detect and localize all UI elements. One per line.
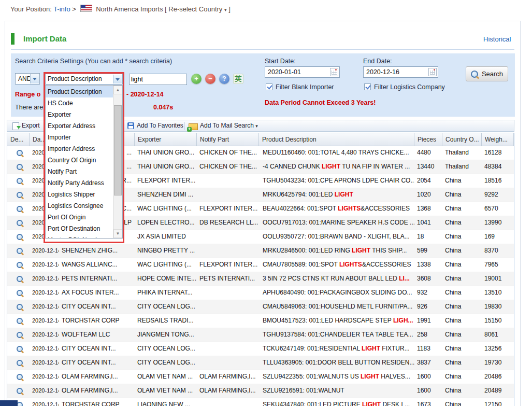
- boolean-operator-select[interactable]: AND: [15, 73, 40, 85]
- add-to-favorites-button[interactable]: Add To Favorites: [137, 120, 183, 131]
- start-date-input[interactable]: 2020-01-01: [265, 66, 340, 78]
- cell-country-of-origin: China: [442, 356, 482, 370]
- cell-product-description: SEKU4347840: 001:LED PICTURE LIGHT DESK …: [259, 398, 414, 406]
- cell-product-description: TLLU4363905: 001:DOOR BELL BUTTON RESIDE…: [259, 356, 414, 370]
- column-header: Notify Part: [197, 133, 259, 146]
- row-detail-button[interactable]: [7, 174, 30, 188]
- row-detail-button[interactable]: [7, 300, 30, 314]
- end-date-input[interactable]: 2020-12-16: [363, 66, 438, 78]
- cell-importer: TORCHSTAR CORP: [59, 398, 135, 406]
- remove-criteria-button[interactable]: −: [205, 74, 215, 84]
- dropdown-option[interactable]: Exporter Address: [46, 120, 113, 132]
- dropdown-option[interactable]: Exporter: [46, 109, 113, 120]
- table-row: 2020-12-14PETS INTERNATI...HOPE COME INT…: [7, 272, 514, 286]
- row-detail-button[interactable]: [7, 370, 30, 384]
- cell-product-description: MEDU1160460: 001:TOTAL 4,480 TRAYS CHICK…: [259, 146, 414, 160]
- cell-notify-party: [197, 286, 259, 300]
- row-detail-button[interactable]: [7, 160, 30, 174]
- scroll-up-icon[interactable]: ▲: [113, 86, 122, 94]
- reselect-country-link[interactable]: [ Re-select Country ▾ ]: [165, 5, 231, 13]
- breadcrumb-label: Your Position:: [10, 5, 52, 13]
- search-button[interactable]: Search: [466, 66, 508, 81]
- row-detail-button[interactable]: [7, 342, 30, 356]
- cell-product-description: CMAU5849063: 001:HOUSEHLD METL FURNIT/PA…: [259, 300, 414, 314]
- add-criteria-button[interactable]: +: [191, 74, 202, 84]
- cell-weight: 6570: [482, 202, 514, 216]
- row-detail-button[interactable]: [7, 258, 30, 272]
- filter-logistics-label: Filter Logistics Company: [374, 83, 445, 91]
- row-detail-button[interactable]: [7, 244, 30, 258]
- toolbar-separator: [184, 122, 184, 130]
- divider: [11, 49, 514, 50]
- dropdown-option[interactable]: Country Of Origin: [46, 155, 113, 166]
- calendar-icon[interactable]: [428, 68, 437, 76]
- row-detail-button[interactable]: [7, 230, 30, 244]
- help-button[interactable]: ?: [219, 74, 229, 84]
- cell-product-description: SZLU9422355: 001:WALNUTS US LIGHT HALVES…: [259, 370, 414, 384]
- table-row: 2020-12-14TORCHSTAR CORPREDSAILS TRADI..…: [7, 314, 514, 328]
- search-icon: [471, 71, 478, 78]
- dropdown-scrollbar[interactable]: ▲ ▼: [113, 86, 122, 238]
- calendar-icon[interactable]: [330, 68, 338, 76]
- dropdown-option[interactable]: Logistics Consignee: [46, 200, 113, 212]
- cell-weight: 20489: [482, 384, 514, 398]
- breadcrumb-separator: >: [72, 5, 76, 13]
- scrollbar-thumb[interactable]: [114, 105, 122, 195]
- filter-blank-importer-checkbox[interactable]: [266, 83, 272, 90]
- cell-pieces: 258: [414, 328, 442, 342]
- cell-exporter: HOPE COME INTE...: [135, 272, 197, 286]
- row-detail-button[interactable]: [7, 272, 30, 286]
- cell-notify-party: [197, 328, 259, 342]
- dropdown-option[interactable]: Notify Party Address: [46, 177, 113, 189]
- filter-logistics-checkbox[interactable]: [364, 83, 371, 90]
- cell-date: 2020-12-14: [30, 286, 59, 300]
- search-field-select[interactable]: Product Description: [45, 74, 123, 85]
- row-detail-button[interactable]: [7, 146, 30, 160]
- dropdown-option[interactable]: Product Description: [46, 86, 113, 97]
- row-detail-button[interactable]: [7, 202, 30, 216]
- cell-country-of-origin: China: [442, 174, 482, 188]
- cell-exporter: WAC LIGHTING (...: [135, 202, 197, 216]
- historical-link[interactable]: Historical: [483, 35, 511, 43]
- cell-pieces: 3837: [414, 356, 442, 370]
- cell-country-of-origin: Thailand: [442, 160, 482, 174]
- cell-product-description: CMAU7805589: 001:SPOT LIGHTS&ACCESSORIES: [259, 258, 414, 272]
- row-detail-button[interactable]: [7, 328, 30, 342]
- row-detail-button[interactable]: [7, 286, 30, 300]
- cell-pieces: 3608: [414, 272, 442, 286]
- keyword-input[interactable]: [129, 74, 187, 85]
- row-detail-button[interactable]: [7, 314, 30, 328]
- cell-pieces: 2054: [414, 174, 442, 188]
- add-to-mail-search-button[interactable]: Add To Mail Search ▾: [200, 120, 258, 131]
- column-header: Country O...: [442, 133, 482, 146]
- dropdown-option[interactable]: HS Code: [46, 97, 113, 109]
- magnifier-icon: [17, 164, 23, 170]
- magnifier-icon: [17, 192, 23, 198]
- table-row: 2020-12-14WOLFTEAM LLCJIANGMEN TONG...TG…: [7, 328, 514, 342]
- chevron-down-icon: ▾: [255, 123, 258, 129]
- dropdown-option[interactable]: Importer Address: [46, 143, 113, 155]
- dropdown-option[interactable]: Importer: [46, 132, 113, 143]
- row-detail-button[interactable]: [7, 216, 30, 230]
- magnifier-icon: [17, 206, 23, 212]
- cell-weight: 8061: [482, 328, 514, 342]
- row-detail-button[interactable]: [7, 188, 30, 202]
- cell-notify-party: [197, 174, 259, 188]
- dropdown-option[interactable]: Port Of Origin: [46, 212, 113, 223]
- breadcrumb: Your Position: T-info > North America Im…: [10, 5, 231, 13]
- cell-date: 2020-12-14: [30, 342, 59, 356]
- cell-country-of-origin: China: [442, 272, 482, 286]
- dropdown-option[interactable]: Logistics Shipper: [46, 189, 113, 200]
- language-button[interactable]: 英: [233, 74, 243, 84]
- breadcrumb-link-tinfo[interactable]: T-info: [53, 5, 70, 13]
- dropdown-option[interactable]: Notify Part: [46, 166, 113, 177]
- export-button[interactable]: Export: [22, 120, 40, 131]
- scroll-down-icon[interactable]: ▼: [113, 229, 122, 238]
- dropdown-option[interactable]: Master BOL Number: [46, 234, 113, 239]
- cell-pieces: 599: [414, 244, 442, 258]
- row-detail-button[interactable]: [7, 384, 30, 398]
- row-detail-button[interactable]: [7, 356, 30, 370]
- dropdown-option[interactable]: Port Of Destination: [46, 223, 113, 234]
- date-range-warning: Data Period Cannot Exceed 3 Years!: [265, 99, 376, 106]
- search-field-dropdown-list: Product DescriptionHS CodeExporterExport…: [45, 85, 123, 239]
